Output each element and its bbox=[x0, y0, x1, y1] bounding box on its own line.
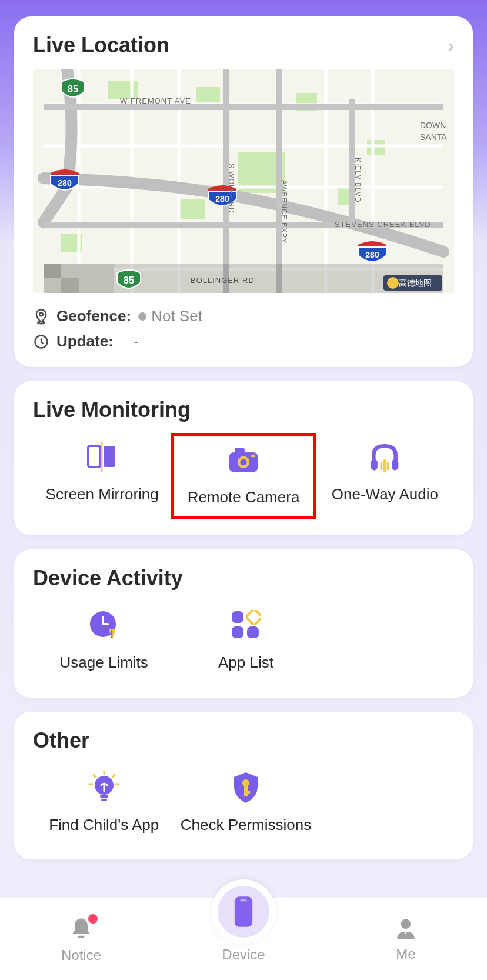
svg-line-72 bbox=[113, 775, 115, 777]
bottom-nav: Notice Device Me bbox=[0, 898, 487, 980]
device-activity-card: Device Activity Usage Limits bbox=[14, 549, 473, 698]
svg-text:280: 280 bbox=[58, 178, 72, 188]
nav-center-circle bbox=[211, 879, 276, 944]
svg-rect-65 bbox=[247, 626, 259, 638]
svg-rect-57 bbox=[392, 459, 398, 471]
nav-me[interactable]: Me bbox=[325, 916, 487, 962]
svg-rect-69 bbox=[101, 799, 107, 801]
remote-camera-label: Remote Camera bbox=[188, 488, 300, 508]
svg-text:高德地图: 高德地图 bbox=[399, 278, 432, 288]
svg-rect-80 bbox=[240, 899, 247, 902]
update-label: Update: bbox=[56, 332, 114, 351]
svg-rect-43 bbox=[44, 264, 61, 278]
svg-text:85: 85 bbox=[68, 84, 78, 94]
phone-icon bbox=[232, 895, 255, 928]
svg-text:KIELY BLVD: KIELY BLVD bbox=[353, 158, 362, 203]
other-card: Other Find C bbox=[14, 712, 473, 860]
usage-limits-label: Usage Limits bbox=[60, 653, 148, 673]
other-grid: Find Child's App Check Permissions bbox=[33, 764, 454, 844]
device-activity-grid: Usage Limits App List bbox=[33, 601, 454, 681]
headphones-icon bbox=[368, 441, 401, 473]
svg-rect-49 bbox=[104, 446, 115, 467]
app-list-label: App List bbox=[218, 653, 273, 673]
nav-me-label: Me bbox=[396, 946, 415, 962]
svg-text:S WOLFE RD: S WOLFE RD bbox=[227, 164, 235, 214]
svg-rect-2 bbox=[196, 87, 220, 102]
live-location-title: Live Location bbox=[33, 33, 169, 58]
svg-rect-77 bbox=[246, 791, 250, 794]
svg-point-54 bbox=[240, 459, 246, 465]
lightbulb-icon bbox=[88, 772, 121, 804]
svg-text:BOLLINGER RD: BOLLINGER RD bbox=[191, 276, 255, 285]
svg-line-71 bbox=[94, 775, 95, 777]
map-svg: 85 280 280 85 bbox=[33, 69, 454, 293]
svg-text:DOWN: DOWN bbox=[420, 121, 446, 130]
shield-key-icon bbox=[229, 772, 262, 804]
nav-device[interactable]: Device bbox=[162, 916, 325, 963]
find-childs-app-button[interactable]: Find Child's App bbox=[33, 764, 175, 844]
usage-limits-button[interactable]: Usage Limits bbox=[33, 601, 175, 681]
live-monitoring-title: Live Monitoring bbox=[33, 398, 454, 422]
location-pin-icon bbox=[33, 308, 49, 325]
geofence-row: Geofence: Not Set bbox=[33, 307, 454, 325]
svg-text:SANTA: SANTA bbox=[420, 132, 447, 142]
svg-rect-6 bbox=[179, 199, 205, 219]
svg-rect-62 bbox=[232, 611, 243, 623]
remote-camera-button[interactable]: Remote Camera bbox=[171, 433, 315, 519]
nav-notice[interactable]: Notice bbox=[0, 915, 162, 964]
person-icon bbox=[393, 916, 419, 942]
svg-text:85: 85 bbox=[124, 275, 134, 285]
svg-text:STEVENS CREEK BLVD: STEVENS CREEK BLVD bbox=[335, 220, 431, 229]
find-childs-app-label: Find Child's App bbox=[49, 815, 159, 835]
svg-rect-63 bbox=[246, 610, 261, 625]
svg-text:W FREMONT AVE: W FREMONT AVE bbox=[120, 96, 191, 105]
svg-text:280: 280 bbox=[365, 250, 379, 259]
nav-device-label: Device bbox=[222, 946, 265, 963]
svg-text:LAWRENCE EXPY: LAWRENCE EXPY bbox=[280, 175, 288, 244]
live-location-header[interactable]: Live Location › bbox=[33, 33, 454, 58]
update-row: Update: - bbox=[33, 332, 454, 351]
svg-rect-44 bbox=[61, 278, 79, 293]
screen-mirroring-button[interactable]: Screen Mirroring bbox=[33, 433, 171, 519]
app-list-button[interactable]: App List bbox=[175, 601, 316, 681]
svg-point-45 bbox=[39, 312, 43, 316]
svg-rect-48 bbox=[88, 446, 100, 467]
nav-notice-label: Notice bbox=[61, 947, 101, 964]
svg-rect-55 bbox=[251, 455, 255, 458]
svg-rect-68 bbox=[100, 795, 108, 798]
svg-point-40 bbox=[387, 277, 399, 289]
geofence-label: Geofence: bbox=[56, 307, 131, 325]
svg-rect-78 bbox=[78, 935, 85, 938]
screen-mirroring-label: Screen Mirroring bbox=[46, 485, 159, 505]
svg-rect-56 bbox=[371, 459, 378, 471]
svg-point-81 bbox=[401, 919, 411, 929]
notification-badge bbox=[88, 914, 98, 924]
live-location-card: Live Location › bbox=[14, 16, 473, 367]
live-monitoring-grid: Screen Mirroring Remote Camera bbox=[33, 433, 454, 519]
clock-limit-icon bbox=[88, 609, 121, 641]
status-dot-icon bbox=[138, 312, 146, 321]
location-map[interactable]: 85 280 280 85 bbox=[33, 69, 454, 293]
svg-rect-64 bbox=[232, 626, 243, 638]
apps-icon bbox=[229, 609, 262, 641]
camera-icon bbox=[227, 444, 260, 476]
screen-mirror-icon bbox=[86, 441, 119, 473]
check-permissions-button[interactable]: Check Permissions bbox=[175, 764, 316, 844]
chevron-right-icon: › bbox=[448, 35, 454, 56]
svg-rect-76 bbox=[244, 785, 248, 796]
one-way-audio-label: One-Way Audio bbox=[332, 485, 438, 505]
other-title: Other bbox=[33, 728, 454, 753]
check-permissions-label: Check Permissions bbox=[181, 815, 312, 835]
device-activity-title: Device Activity bbox=[33, 566, 454, 591]
geofence-value: Not Set bbox=[138, 307, 202, 325]
clock-icon bbox=[33, 334, 49, 350]
one-way-audio-button[interactable]: One-Way Audio bbox=[316, 433, 454, 519]
live-monitoring-card: Live Monitoring Screen Mirroring bbox=[14, 381, 473, 535]
update-value: - bbox=[121, 332, 139, 351]
